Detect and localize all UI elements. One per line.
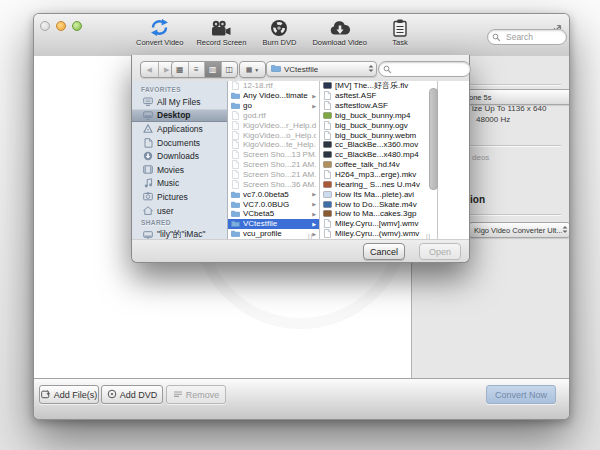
folder-row-vc7-0-0beta5[interactable]: vc7.0.0beta5▶ (228, 189, 319, 199)
file-row-screen-sho-21-am-png[interactable]: Screen Sho...21 AM.png (228, 160, 319, 170)
video-thumbnail-icon (323, 141, 332, 148)
folder-row-vc7-0-0bug[interactable]: VC7.0.0BUG▶ (228, 199, 319, 209)
sidebar-item-music[interactable]: Music (132, 177, 227, 191)
folder-icon (231, 230, 240, 237)
file-row-how-its-ma-plete-avi[interactable]: How Its Ma...plete).avi (320, 189, 437, 199)
screen: Convert VideoRecord ScreenBurn DVDDownlo… (0, 0, 600, 450)
column-view-button[interactable]: ▥ (205, 62, 222, 77)
item-name: KigoVideo...te_Help.doc (243, 140, 316, 149)
location-dropdown[interactable]: VCtestfile (266, 61, 377, 77)
coverflow-view-button[interactable]: ◫ (222, 62, 238, 77)
file-row-coffee-talk-hd-f4v[interactable]: coffee_talk_hd.f4v (320, 160, 437, 170)
convert-now-button[interactable]: Convert Now (486, 385, 556, 404)
remove-button[interactable]: Remove (166, 385, 226, 404)
add-dvd-icon (107, 389, 117, 401)
folder-row-vcbeta5[interactable]: VCbeta5▶ (228, 209, 319, 219)
dialog-search[interactable] (378, 61, 471, 77)
dialog-search-input[interactable] (394, 64, 466, 75)
folder-row-vctestfile[interactable]: VCtestfile▶ (228, 219, 319, 229)
toolbar-item-record-screen[interactable]: Record Screen (196, 17, 246, 47)
sidebar-item-movies[interactable]: Movies (132, 163, 227, 177)
file-row-kigovideo-te-help-doc[interactable]: KigoVideo...te_Help.doc (228, 140, 319, 150)
folder-icon (231, 92, 240, 99)
file-row-big-buck-bunny-webm[interactable]: big_buck_bunny.webm (320, 130, 437, 140)
zoom-button[interactable] (72, 21, 82, 31)
movies-icon (143, 165, 153, 174)
destination-dropdown[interactable]: Kigo Video Converter Ult... (468, 222, 569, 238)
file-row-how-to-ma-cakes-3gp[interactable]: How to Ma...cakes.3gp (320, 209, 437, 219)
file-row-h264-mp3-erge-mkv[interactable]: H264_mp3...erge).mkv (320, 170, 437, 180)
item-name: [MV] The...好音乐.flv (335, 81, 434, 91)
cancel-button[interactable]: Cancel (363, 243, 405, 260)
add-files-button[interactable]: Add File(s) (39, 385, 99, 404)
chevron-right-icon: ▶ (312, 103, 316, 109)
titlebar[interactable]: Convert VideoRecord ScreenBurn DVDDownlo… (34, 14, 569, 57)
file-row-miley-cyru-wmv-wmv[interactable]: Miley.Cyru...[wmv].wmv (320, 219, 437, 229)
cancel-label: Cancel (370, 247, 398, 257)
sidebar-item-applications[interactable]: Applications (132, 122, 227, 136)
chevron-right-icon: ▶ (312, 201, 316, 207)
sidebar-item-all-my-files[interactable]: All My Files (132, 95, 227, 109)
search-input[interactable] (504, 31, 562, 43)
toolbar-item-burn-dvd[interactable]: Burn DVD (259, 17, 299, 47)
file-row-screen-sho-21-am-png[interactable]: Screen Sho...21 AM.png (228, 170, 319, 180)
device-preset-label: one 5s (469, 93, 492, 102)
doc-icon (231, 180, 240, 189)
toolbar-search[interactable] (487, 29, 567, 45)
file-row-how-to-do-skate-m4v[interactable]: How to Do...Skate.m4v (320, 199, 437, 209)
sidebar-item-label: Applications (157, 124, 203, 134)
sidebar-item-user[interactable]: user (132, 204, 227, 218)
toolbar-item-convert-video[interactable]: Convert Video (136, 17, 183, 47)
file-row-kigovideo-o-help-doc[interactable]: KigoVideo...o_Help.doc (228, 130, 319, 140)
file-row-hearing-s-nes-u-m4v[interactable]: Hearing_ S...nes U.m4v (320, 179, 437, 189)
file-row-mv-the-flv[interactable]: [MV] The...好音乐.flv (320, 81, 437, 91)
file-row-asftest-asf[interactable]: asftest.ASF (320, 91, 437, 101)
doc-icon (323, 229, 332, 238)
open-button[interactable]: Open (419, 243, 461, 260)
file-row-cc-blackbe-x480-mp4[interactable]: cc_BlackBe...x480.mp4 (320, 150, 437, 160)
list-view-icon: ≡ (194, 65, 199, 74)
chevron-right-icon: ▶ (312, 221, 316, 227)
sidebar-item-documents[interactable]: Documents (132, 136, 227, 150)
doc-icon (323, 121, 332, 130)
forward-icon: ▶ (164, 66, 169, 74)
file-row-kigovideo-r-help-doc[interactable]: KigoVideo...r_Help.doc (228, 120, 319, 130)
toolbar-item-task[interactable]: Task (380, 17, 420, 47)
doc-icon (231, 150, 240, 159)
doc-icon (231, 81, 240, 90)
folders-column: 12-18.rtfAny Video...timate Help▶go▶god.… (228, 81, 320, 240)
sidebar-item-pictures[interactable]: Pictures (132, 190, 227, 204)
file-row-screen-sho-36-am-png[interactable]: Screen Sho...36 AM.png (228, 179, 319, 189)
folder-row-go[interactable]: go▶ (228, 101, 319, 111)
item-name: KigoVideo...o_Help.doc (243, 131, 316, 140)
item-name: How to Do...Skate.m4v (335, 200, 434, 209)
files-scrollbar[interactable] (429, 88, 438, 190)
file-row-cc-blackbe-x360-mov[interactable]: cc_BlackBe...x360.mov (320, 140, 437, 150)
video-thumbnail-icon (323, 210, 332, 217)
desktop-icon (143, 111, 153, 120)
icon-view-button[interactable]: ▦ (172, 62, 189, 77)
close-button[interactable] (40, 21, 50, 31)
folder-row-any-video-timate-help[interactable]: Any Video...timate Help▶ (228, 91, 319, 101)
window-controls (40, 21, 82, 31)
sidebar-item-label: user (157, 206, 174, 216)
file-row-big-buck-bunny-mp4[interactable]: big_buck_bunny.mp4 (320, 111, 437, 121)
file-row-miley-cyru-wmv-wmv[interactable]: Miley.Cyru...(wmv).wmv (320, 229, 437, 239)
action-menu-button[interactable]: ▦ ▼ (240, 62, 265, 77)
toolbar-item-download-video[interactable]: Download Video (312, 17, 367, 47)
back-button[interactable]: ◀ (141, 62, 159, 77)
add-dvd-button[interactable]: Add DVD (101, 385, 163, 404)
item-name: big_buck_bunny.mp4 (335, 111, 434, 120)
folder-row-vcu-profile[interactable]: vcu_profile▶ (228, 229, 319, 239)
sidebar-item-downloads[interactable]: Downloads (132, 149, 227, 163)
file-row-big-buck-bunny-ogv[interactable]: big_buck_bunny.ogv (320, 120, 437, 130)
minimize-button[interactable] (56, 21, 66, 31)
sidebar-item-desktop[interactable]: Desktop (132, 109, 227, 123)
file-row-asftestlow-asf[interactable]: asftestlow.ASF (320, 101, 437, 111)
video-size-info: ize Up To 1136 x 640 (472, 104, 546, 113)
download-video-icon (329, 17, 351, 37)
list-view-button[interactable]: ≡ (189, 62, 206, 77)
file-row-god-rtf[interactable]: god.rtf (228, 111, 319, 121)
file-row-screen-sho-13-pm-png[interactable]: Screen Sho...13 PM.png (228, 150, 319, 160)
file-row-12-18-rtf[interactable]: 12-18.rtf (228, 81, 319, 91)
